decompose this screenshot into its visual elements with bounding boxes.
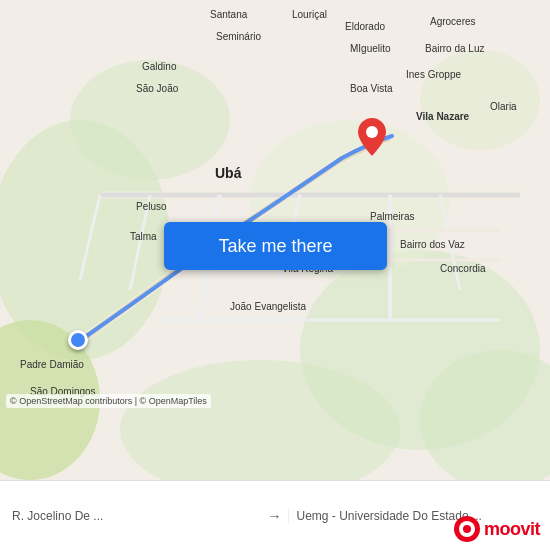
arrow-icon: →: [268, 508, 282, 524]
origin-label: R. Jocelino De ...: [12, 509, 254, 523]
svg-point-7: [420, 50, 540, 150]
svg-text:Ines Groppe: Ines Groppe: [406, 69, 461, 80]
svg-text:Vila Nazare: Vila Nazare: [416, 111, 470, 122]
svg-point-36: [463, 525, 471, 533]
origin-marker: [68, 330, 88, 350]
svg-text:Louriçal: Louriçal: [292, 9, 327, 20]
svg-text:Boa Vista: Boa Vista: [350, 83, 393, 94]
svg-text:Bairro da Luz: Bairro da Luz: [425, 43, 484, 54]
svg-text:Santana: Santana: [210, 9, 248, 20]
svg-text:Concordia: Concordia: [440, 263, 486, 274]
moovit-logo: moovit: [454, 516, 540, 542]
svg-text:Talma: Talma: [130, 231, 157, 242]
map-container: Santana Louriçal Eldorado Agroceres Semi…: [0, 0, 550, 480]
take-me-there-button[interactable]: Take me there: [164, 222, 387, 270]
svg-text:São João: São João: [136, 83, 179, 94]
svg-text:João Evangelista: João Evangelista: [230, 301, 307, 312]
svg-text:Bairro dos Vaz: Bairro dos Vaz: [400, 239, 465, 250]
svg-text:Seminário: Seminário: [216, 31, 261, 42]
origin-info: R. Jocelino De ...: [12, 509, 262, 523]
destination-marker: [358, 118, 386, 160]
svg-text:Galdino: Galdino: [142, 61, 177, 72]
svg-text:Palmeiras: Palmeiras: [370, 211, 414, 222]
svg-text:Agroceres: Agroceres: [430, 16, 476, 27]
moovit-icon: [454, 516, 480, 542]
svg-text:MIguelito: MIguelito: [350, 43, 391, 54]
svg-text:Padre Damião: Padre Damião: [20, 359, 84, 370]
svg-text:Olaria: Olaria: [490, 101, 517, 112]
svg-text:Peluso: Peluso: [136, 201, 167, 212]
svg-point-6: [70, 60, 230, 180]
svg-point-33: [366, 126, 378, 138]
moovit-name: moovit: [484, 519, 540, 540]
bottom-bar: R. Jocelino De ... → Uemg - Universidade…: [0, 480, 550, 550]
svg-text:Ubá: Ubá: [215, 165, 242, 181]
osm-attribution: © OpenStreetMap contributors | © OpenMap…: [6, 394, 211, 408]
svg-text:Eldorado: Eldorado: [345, 21, 385, 32]
